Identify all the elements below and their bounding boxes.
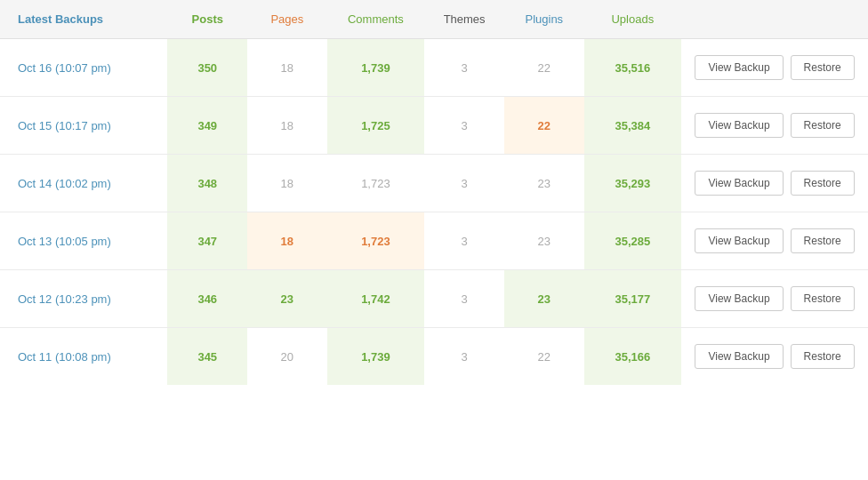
cell-plugins: 23 xyxy=(504,270,584,328)
cell-comments: 1,739 xyxy=(327,39,425,97)
action-buttons: View Backup Restore xyxy=(692,55,857,80)
cell-themes: 3 xyxy=(424,270,504,328)
restore-button[interactable]: Restore xyxy=(791,286,855,311)
table-header-row: Latest Backups Posts Pages Comments Them… xyxy=(0,0,868,39)
view-backup-button[interactable]: View Backup xyxy=(695,55,783,80)
cell-actions: View Backup Restore xyxy=(681,97,868,155)
cell-pages: 18 xyxy=(247,39,327,97)
cell-uploads: 35,293 xyxy=(584,155,681,212)
cell-date: Oct 12 (10:23 pm) xyxy=(0,270,167,328)
table-row: Oct 13 (10:05 pm) 347 18 1,723 3 23 35,2… xyxy=(0,212,868,270)
cell-uploads: 35,177 xyxy=(584,270,681,328)
date-link[interactable]: Oct 12 (10:23 pm) xyxy=(18,292,111,306)
table-row: Oct 15 (10:17 pm) 349 18 1,725 3 22 35,3… xyxy=(0,97,868,155)
table-row: Oct 12 (10:23 pm) 346 23 1,742 3 23 35,1… xyxy=(0,270,868,328)
date-link[interactable]: Oct 14 (10:02 pm) xyxy=(18,177,111,190)
cell-plugins: 23 xyxy=(504,212,584,270)
table-row: Oct 11 (10:08 pm) 345 20 1,739 3 22 35,1… xyxy=(0,328,868,386)
restore-button[interactable]: Restore xyxy=(791,113,855,138)
cell-pages: 18 xyxy=(247,155,327,212)
table-row: Oct 16 (10:07 pm) 350 18 1,739 3 22 35,5… xyxy=(0,39,868,97)
action-buttons: View Backup Restore xyxy=(692,228,857,253)
cell-posts: 347 xyxy=(167,212,247,270)
cell-posts: 349 xyxy=(167,97,247,155)
cell-themes: 3 xyxy=(424,328,504,386)
cell-date: Oct 15 (10:17 pm) xyxy=(0,97,167,155)
col-header-latest: Latest Backups xyxy=(0,0,167,39)
cell-comments: 1,723 xyxy=(327,155,425,212)
cell-date: Oct 11 (10:08 pm) xyxy=(0,328,167,386)
col-header-uploads: Uploads xyxy=(584,0,681,39)
cell-actions: View Backup Restore xyxy=(681,212,868,270)
col-header-posts: Posts xyxy=(167,0,247,39)
cell-posts: 350 xyxy=(167,39,247,97)
cell-uploads: 35,384 xyxy=(584,97,681,155)
col-header-themes: Themes xyxy=(424,0,504,39)
cell-comments: 1,723 xyxy=(327,212,425,270)
cell-uploads: 35,516 xyxy=(584,39,681,97)
cell-themes: 3 xyxy=(424,212,504,270)
view-backup-button[interactable]: View Backup xyxy=(695,228,783,253)
view-backup-button[interactable]: View Backup xyxy=(695,113,783,138)
col-header-comments: Comments xyxy=(327,0,425,39)
cell-plugins: 22 xyxy=(504,328,584,386)
cell-themes: 3 xyxy=(424,97,504,155)
cell-posts: 346 xyxy=(167,270,247,328)
date-link[interactable]: Oct 16 (10:07 pm) xyxy=(18,61,111,75)
date-link[interactable]: Oct 13 (10:05 pm) xyxy=(18,235,111,248)
date-link[interactable]: Oct 11 (10:08 pm) xyxy=(18,350,111,364)
table-row: Oct 14 (10:02 pm) 348 18 1,723 3 23 35,2… xyxy=(0,155,868,212)
cell-uploads: 35,285 xyxy=(584,212,681,270)
restore-button[interactable]: Restore xyxy=(791,228,855,253)
action-buttons: View Backup Restore xyxy=(692,286,857,311)
cell-comments: 1,739 xyxy=(327,328,425,386)
restore-button[interactable]: Restore xyxy=(791,55,855,80)
cell-plugins: 22 xyxy=(504,39,584,97)
cell-comments: 1,742 xyxy=(327,270,425,328)
restore-button[interactable]: Restore xyxy=(791,344,855,369)
backups-table: Latest Backups Posts Pages Comments Them… xyxy=(0,0,868,385)
cell-themes: 3 xyxy=(424,39,504,97)
cell-plugins: 22 xyxy=(504,97,584,155)
view-backup-button[interactable]: View Backup xyxy=(695,286,783,311)
col-header-actions xyxy=(681,0,868,39)
action-buttons: View Backup Restore xyxy=(692,344,857,369)
cell-pages: 23 xyxy=(247,270,327,328)
cell-actions: View Backup Restore xyxy=(681,155,868,212)
action-buttons: View Backup Restore xyxy=(692,171,857,196)
cell-actions: View Backup Restore xyxy=(681,328,868,386)
date-link[interactable]: Oct 15 (10:17 pm) xyxy=(18,119,111,132)
cell-actions: View Backup Restore xyxy=(681,39,868,97)
cell-uploads: 35,166 xyxy=(584,328,681,386)
action-buttons: View Backup Restore xyxy=(692,113,857,138)
cell-date: Oct 14 (10:02 pm) xyxy=(0,155,167,212)
cell-pages: 18 xyxy=(247,97,327,155)
col-header-pages: Pages xyxy=(247,0,327,39)
cell-date: Oct 16 (10:07 pm) xyxy=(0,39,167,97)
cell-themes: 3 xyxy=(424,155,504,212)
cell-date: Oct 13 (10:05 pm) xyxy=(0,212,167,270)
cell-pages: 20 xyxy=(247,328,327,386)
cell-comments: 1,725 xyxy=(327,97,425,155)
col-header-plugins: Plugins xyxy=(504,0,584,39)
view-backup-button[interactable]: View Backup xyxy=(695,344,783,369)
cell-plugins: 23 xyxy=(504,155,584,212)
cell-posts: 348 xyxy=(167,155,247,212)
cell-actions: View Backup Restore xyxy=(681,270,868,328)
cell-pages: 18 xyxy=(247,212,327,270)
cell-posts: 345 xyxy=(167,328,247,386)
view-backup-button[interactable]: View Backup xyxy=(695,171,783,196)
restore-button[interactable]: Restore xyxy=(791,171,855,196)
